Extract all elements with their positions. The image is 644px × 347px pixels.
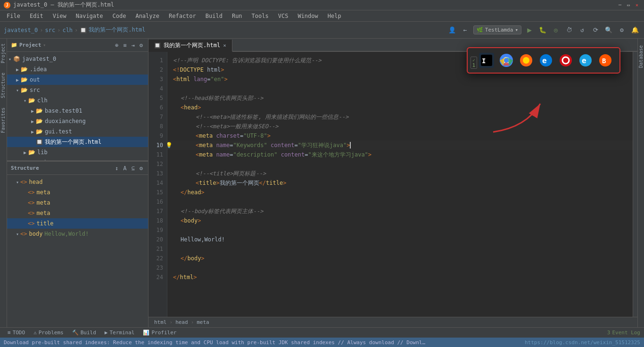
code-content[interactable]: <!--声明 DOCTYPE: 告诉浏览器我们要使用什么规范--> <!DOCT… xyxy=(167,52,633,317)
menu-window[interactable]: Window xyxy=(294,12,322,20)
settings-button[interactable]: ⚙ xyxy=(617,25,627,35)
code-line-18[interactable]: <body> xyxy=(167,216,633,225)
project-dropdown-icon[interactable]: ▾ xyxy=(43,42,46,48)
search-everywhere-button[interactable]: 🔍 xyxy=(603,25,614,35)
path-file[interactable]: 我的第一个网页.html xyxy=(89,26,145,34)
right-tab-database[interactable]: Database xyxy=(638,41,644,73)
struct-head[interactable]: ▾ <> head xyxy=(7,177,148,187)
path-src[interactable]: src xyxy=(45,27,55,33)
branch-selector[interactable]: 🌿 TestLamda ▾ xyxy=(473,25,521,34)
struct-meta-2[interactable]: ▾ <> meta xyxy=(7,198,148,208)
code-line-13[interactable]: <!--<title>网页标题--> xyxy=(167,169,633,178)
close-button[interactable]: ✕ xyxy=(634,2,640,8)
update-button[interactable]: ⟳ xyxy=(590,25,601,35)
maximize-button[interactable]: ▭ xyxy=(625,2,632,8)
path-project[interactable]: javatest_0 xyxy=(4,27,38,33)
code-line-23[interactable] xyxy=(167,263,633,273)
show-inherited[interactable]: ⊆ xyxy=(130,165,136,172)
browser-icon-ie[interactable]: e xyxy=(578,53,593,68)
code-line-12[interactable] xyxy=(167,159,633,169)
code-line-9[interactable]: <meta charset="UTF-8"> xyxy=(167,131,633,140)
menu-tools[interactable]: Tools xyxy=(248,12,272,20)
tab-profiler[interactable]: 📊 Profiler xyxy=(139,329,180,337)
structure-settings[interactable]: ⚙ xyxy=(138,165,144,172)
code-line-14[interactable]: <title>我的第一个网页</title> xyxy=(167,178,633,188)
collapse-all-button[interactable]: ⊕ xyxy=(114,41,120,49)
left-edge-favorites[interactable]: Favorites xyxy=(0,103,7,138)
code-editor[interactable]: 1 2 3 4 5 6 7 8 9 10 11 12 13 14 15 16 1… xyxy=(149,52,637,317)
menu-analyze[interactable]: Analyze xyxy=(132,12,163,20)
debug-button[interactable]: 🐛 xyxy=(537,25,548,35)
struct-body[interactable]: ▾ <> body Hellow,World! xyxy=(7,229,148,239)
browser-icon-firefox[interactable] xyxy=(519,53,534,68)
code-line-6[interactable]: <head> xyxy=(167,103,633,112)
autoscroll-button[interactable]: ⇥ xyxy=(130,41,136,49)
sort-alphabetically[interactable]: A xyxy=(122,165,128,172)
menu-refactor[interactable]: Refactor xyxy=(165,12,200,20)
tree-item-lib[interactable]: ▶ 📂 lib xyxy=(7,147,148,157)
browser-icon-edge[interactable]: e xyxy=(538,53,553,68)
path-clh[interactable]: clh xyxy=(62,27,73,33)
code-line-11[interactable]: <meta name="description" content="来这个地方学… xyxy=(167,150,633,159)
code-line-7[interactable]: <!--<meta>描述性标签, 用来描述我们网站的一些信息--> xyxy=(167,112,633,122)
profile-run-button[interactable]: ⏱ xyxy=(564,25,574,35)
browser-icon-opera[interactable] xyxy=(558,53,573,68)
tab-build[interactable]: 🔨 Build xyxy=(68,329,100,337)
tree-item-gui-test[interactable]: ▶ 📂 gui.test xyxy=(7,126,148,137)
code-line-24[interactable]: </html> xyxy=(167,273,633,282)
menu-build[interactable]: Build xyxy=(202,12,226,20)
code-line-21[interactable] xyxy=(167,244,633,254)
code-line-22[interactable]: </body> xyxy=(167,254,633,263)
notification-button[interactable]: 🔔 xyxy=(630,25,640,35)
coverage-button[interactable]: ◎ xyxy=(551,25,561,35)
code-line-3[interactable]: <html lang="en"> xyxy=(167,74,633,84)
code-line-8[interactable]: <!--<meta>一般用来做SEO--> xyxy=(167,122,633,131)
browser-icon-idea[interactable]: I xyxy=(479,53,494,68)
tab-close-button[interactable]: × xyxy=(223,42,226,49)
browser-icon-chrome[interactable] xyxy=(499,53,514,68)
code-line-20[interactable]: Hellow,World! xyxy=(167,235,633,244)
tab-html-file[interactable]: 🔲 我的第一个网页.html × xyxy=(149,40,232,52)
browser-icon-brave[interactable]: B xyxy=(598,53,613,68)
struct-meta-1[interactable]: ▾ <> meta xyxy=(7,187,148,198)
menu-help[interactable]: Help xyxy=(324,12,345,20)
run-button[interactable]: ▶ xyxy=(524,25,535,35)
breadcrumb-html[interactable]: html xyxy=(154,319,167,325)
tree-item-base-test01[interactable]: ▶ 📂 base.test01 xyxy=(7,106,148,116)
sort-by-visibility[interactable]: ↕ xyxy=(114,165,120,172)
menu-code[interactable]: Code xyxy=(109,12,130,20)
back-button[interactable]: ← xyxy=(460,25,471,35)
editor-scrollbar[interactable] xyxy=(633,52,637,317)
code-line-10[interactable]: 💡 <meta name="Keywords" content="学习狂神说ja… xyxy=(167,140,633,150)
gear-options-button[interactable]: ⚙ xyxy=(138,41,144,49)
code-line-15[interactable]: </head> xyxy=(167,188,633,197)
left-edge-project[interactable]: Project xyxy=(0,39,7,68)
code-line-5[interactable]: <!--head标签代表网页头部--> xyxy=(167,93,633,103)
code-line-4[interactable] xyxy=(167,84,633,93)
tree-item-out[interactable]: ▶ 📂 out xyxy=(7,74,148,85)
tab-todo[interactable]: ≡ TODO xyxy=(4,329,29,337)
event-log-tab[interactable]: 3 Event Log xyxy=(607,330,640,336)
code-line-16[interactable] xyxy=(167,197,633,207)
left-edge-structure[interactable]: Structure xyxy=(0,68,7,103)
breadcrumb-head[interactable]: head xyxy=(175,319,188,325)
struct-title[interactable]: ▾ <> title xyxy=(7,218,148,229)
menu-edit[interactable]: Edit xyxy=(26,12,47,20)
menu-view[interactable]: View xyxy=(49,12,70,20)
tree-item-clh[interactable]: ▾ 📂 clh xyxy=(7,95,148,106)
tab-terminal[interactable]: ▶ Terminal xyxy=(101,329,139,337)
tab-problems[interactable]: ⚠ Problems xyxy=(30,329,67,337)
minimize-button[interactable]: ─ xyxy=(617,2,623,8)
profile-button[interactable]: 👤 xyxy=(447,25,457,35)
menu-navigate[interactable]: Navigate xyxy=(72,12,107,20)
sort-button[interactable]: ≡ xyxy=(122,41,128,49)
tree-item-src[interactable]: ▾ 📂 src xyxy=(7,85,148,95)
menu-run[interactable]: Run xyxy=(228,12,246,20)
tree-item-root[interactable]: ▾ 📦 javatest_0 xyxy=(7,54,148,64)
tree-item-html-file[interactable]: ▶ 🔲 我的第一个网页.html xyxy=(7,137,148,147)
revert-button[interactable]: ↺ xyxy=(577,25,587,35)
breadcrumb-meta[interactable]: meta xyxy=(197,319,209,325)
code-line-19[interactable] xyxy=(167,225,633,235)
code-line-17[interactable]: <!--body标签代表网页主体--> xyxy=(167,207,633,216)
menu-file[interactable]: File xyxy=(3,12,24,20)
